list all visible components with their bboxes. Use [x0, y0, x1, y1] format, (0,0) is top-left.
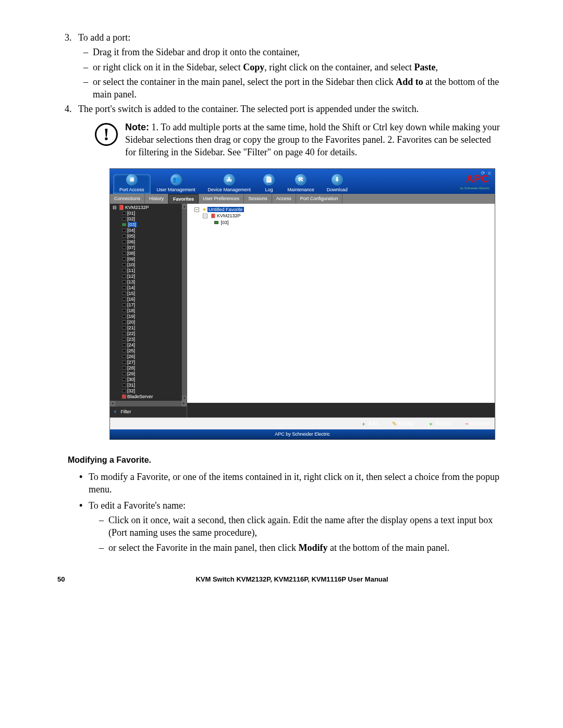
footer-title: KVM Switch KVM2132P, KVM2116P, KVM1116P … [83, 575, 500, 584]
note-icon: ! [95, 123, 118, 146]
subtabs-row: Connections History Favorites User Prefe… [110, 194, 495, 204]
step-3-dash-2: or right click on it in the Sidebar, sel… [93, 61, 500, 73]
app-window: ⟳ ⎋ 🖥 Port Access 👥 User Management 🖧 De… [109, 168, 495, 440]
subtab-history[interactable]: History [145, 194, 168, 204]
sidebar-tree[interactable]: ▴▾ ⊟ 📕 KVM2132P[01][02][03][04][05][06][… [110, 204, 187, 401]
favorite-switch[interactable]: KVM2132P [217, 213, 241, 218]
dash2-1: Click on it once, wait a second, then cl… [108, 514, 500, 539]
toolbar-user-management[interactable]: 👥 User Management [151, 174, 202, 194]
toolbar-log[interactable]: 📄 Log [257, 174, 281, 194]
page-number: 50 [57, 575, 83, 584]
subtab-user-preferences[interactable]: User Preferences [199, 194, 244, 204]
dash2-2: or select the Favorite in the main panel… [108, 541, 500, 554]
bullet-2: To edit a Favorite's name: [89, 499, 500, 512]
sidebar-h-scroll[interactable]: ◂▸ [110, 401, 187, 406]
toolbar-download[interactable]: ⬇ Download [321, 174, 354, 194]
toolbar-port-access[interactable]: 🖥 Port Access [113, 174, 151, 194]
add-button[interactable]: ＋Add [361, 420, 377, 428]
step-3-label: To add a port: [78, 32, 130, 43]
action-bar: ＋Add ✎Modify ＋Add to −Remove [110, 417, 495, 430]
toolbar-maintenance[interactable]: 🛠 Maintenance [281, 174, 321, 194]
step-3-dash-3: or select the container in the main pane… [93, 76, 500, 101]
subtab-sessions[interactable]: Sessions [244, 194, 272, 204]
step-3-dash-1: Drag it from the Sidebar and drop it ont… [93, 46, 500, 58]
subtab-access[interactable]: Access [272, 194, 296, 204]
sidebar-scrollbar[interactable]: ▴▾ [181, 204, 187, 401]
bullet-1: To modify a Favorite, or one of the item… [89, 471, 500, 496]
favorite-port[interactable]: [03] [221, 220, 229, 225]
brand-logo: APC by Schneider Electric [460, 172, 489, 190]
toolbar-device-management[interactable]: 🖧 Device Management [202, 174, 258, 194]
sidebar: ▴▾ ⊟ 📕 KVM2132P[01][02][03][04][05][06][… [110, 204, 187, 417]
add-to-button[interactable]: ＋Add to [428, 420, 450, 428]
favorite-root[interactable]: Untitled Favorite [207, 207, 244, 212]
status-bar: APC by Schneider Electric [110, 429, 495, 439]
main-panel: − ★ Untitled Favorite − 📕 KVM2132P [03] [187, 204, 495, 403]
remove-button[interactable]: −Remove [465, 420, 489, 428]
main-toolbar: ⟳ ⎋ 🖥 Port Access 👥 User Management 🖧 De… [110, 169, 495, 194]
favorites-tree[interactable]: − ★ Untitled Favorite − 📕 KVM2132P [03] [187, 204, 495, 228]
filter-toggle[interactable]: Filter [110, 406, 187, 417]
step-4-text: The port's switch is added to the contai… [78, 104, 419, 114]
section-heading: Modifying a Favorite. [68, 454, 500, 466]
note-text: Note: 1. To add multiple ports at the sa… [125, 121, 500, 159]
subtab-favorites[interactable]: Favorites [168, 194, 199, 204]
subtab-port-configuration[interactable]: Port Configuration [296, 194, 343, 204]
subtab-connections[interactable]: Connections [110, 194, 145, 204]
modify-button[interactable]: ✎Modify [392, 420, 413, 428]
